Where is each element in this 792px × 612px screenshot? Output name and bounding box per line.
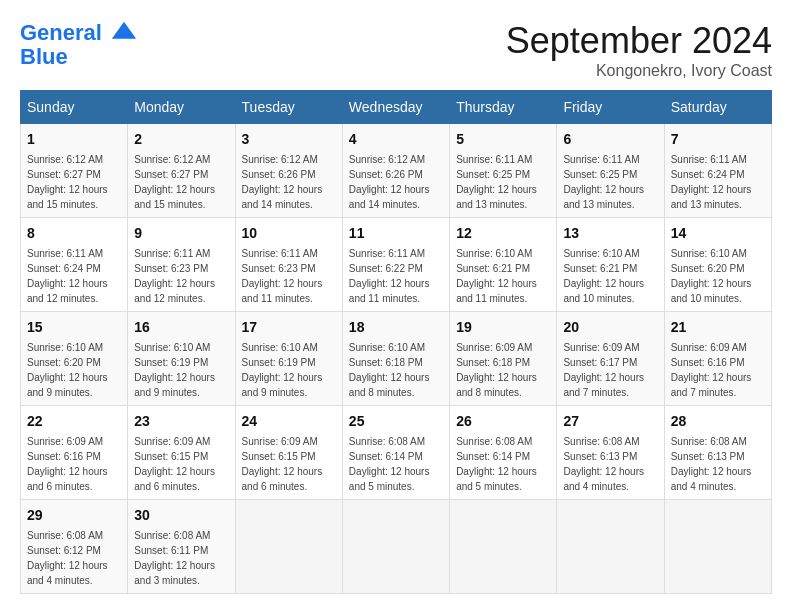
day-info: Sunrise: 6:10 AMSunset: 6:21 PMDaylight:… [563,246,657,306]
location-subtitle: Kongonekro, Ivory Coast [506,62,772,80]
calendar-week-2: 8 Sunrise: 6:11 AMSunset: 6:24 PMDayligh… [21,218,772,312]
month-year-title: September 2024 [506,20,772,62]
calendar-cell: 24 Sunrise: 6:09 AMSunset: 6:15 PMDaylig… [235,406,342,500]
day-info: Sunrise: 6:10 AMSunset: 6:20 PMDaylight:… [671,246,765,306]
weekday-header-saturday: Saturday [664,91,771,124]
day-info: Sunrise: 6:11 AMSunset: 6:22 PMDaylight:… [349,246,443,306]
day-info: Sunrise: 6:09 AMSunset: 6:16 PMDaylight:… [27,434,121,494]
calendar-cell: 21 Sunrise: 6:09 AMSunset: 6:16 PMDaylig… [664,312,771,406]
calendar-cell: 5 Sunrise: 6:11 AMSunset: 6:25 PMDayligh… [450,124,557,218]
day-number: 11 [349,223,443,244]
day-number: 19 [456,317,550,338]
day-number: 10 [242,223,336,244]
day-number: 1 [27,129,121,150]
day-number: 4 [349,129,443,150]
weekday-header-friday: Friday [557,91,664,124]
calendar-cell: 28 Sunrise: 6:08 AMSunset: 6:13 PMDaylig… [664,406,771,500]
weekday-header-tuesday: Tuesday [235,91,342,124]
day-info: Sunrise: 6:08 AMSunset: 6:12 PMDaylight:… [27,528,121,588]
calendar-cell: 1 Sunrise: 6:12 AMSunset: 6:27 PMDayligh… [21,124,128,218]
calendar-cell: 29 Sunrise: 6:08 AMSunset: 6:12 PMDaylig… [21,500,128,594]
calendar-cell: 27 Sunrise: 6:08 AMSunset: 6:13 PMDaylig… [557,406,664,500]
weekday-header-thursday: Thursday [450,91,557,124]
calendar-week-5: 29 Sunrise: 6:08 AMSunset: 6:12 PMDaylig… [21,500,772,594]
calendar-cell: 25 Sunrise: 6:08 AMSunset: 6:14 PMDaylig… [342,406,449,500]
day-info: Sunrise: 6:11 AMSunset: 6:25 PMDaylight:… [456,152,550,212]
calendar-cell [664,500,771,594]
calendar-week-4: 22 Sunrise: 6:09 AMSunset: 6:16 PMDaylig… [21,406,772,500]
day-info: Sunrise: 6:12 AMSunset: 6:27 PMDaylight:… [134,152,228,212]
day-number: 24 [242,411,336,432]
day-info: Sunrise: 6:08 AMSunset: 6:14 PMDaylight:… [456,434,550,494]
calendar-cell: 19 Sunrise: 6:09 AMSunset: 6:18 PMDaylig… [450,312,557,406]
day-info: Sunrise: 6:09 AMSunset: 6:15 PMDaylight:… [134,434,228,494]
calendar-cell: 2 Sunrise: 6:12 AMSunset: 6:27 PMDayligh… [128,124,235,218]
day-info: Sunrise: 6:10 AMSunset: 6:21 PMDaylight:… [456,246,550,306]
day-number: 12 [456,223,550,244]
day-number: 25 [349,411,443,432]
day-number: 16 [134,317,228,338]
calendar-cell [557,500,664,594]
title-block: September 2024 Kongonekro, Ivory Coast [506,20,772,80]
day-info: Sunrise: 6:10 AMSunset: 6:19 PMDaylight:… [134,340,228,400]
calendar-cell: 12 Sunrise: 6:10 AMSunset: 6:21 PMDaylig… [450,218,557,312]
day-number: 7 [671,129,765,150]
day-number: 14 [671,223,765,244]
calendar-cell: 17 Sunrise: 6:10 AMSunset: 6:19 PMDaylig… [235,312,342,406]
day-info: Sunrise: 6:08 AMSunset: 6:11 PMDaylight:… [134,528,228,588]
day-info: Sunrise: 6:08 AMSunset: 6:14 PMDaylight:… [349,434,443,494]
calendar-cell [235,500,342,594]
calendar-cell: 15 Sunrise: 6:10 AMSunset: 6:20 PMDaylig… [21,312,128,406]
calendar-cell: 18 Sunrise: 6:10 AMSunset: 6:18 PMDaylig… [342,312,449,406]
day-info: Sunrise: 6:11 AMSunset: 6:23 PMDaylight:… [242,246,336,306]
day-info: Sunrise: 6:09 AMSunset: 6:18 PMDaylight:… [456,340,550,400]
weekday-header-wednesday: Wednesday [342,91,449,124]
page-header: General Blue September 2024 Kongonekro, … [20,20,772,80]
day-info: Sunrise: 6:11 AMSunset: 6:23 PMDaylight:… [134,246,228,306]
calendar-cell: 8 Sunrise: 6:11 AMSunset: 6:24 PMDayligh… [21,218,128,312]
day-info: Sunrise: 6:12 AMSunset: 6:26 PMDaylight:… [349,152,443,212]
calendar-cell: 26 Sunrise: 6:08 AMSunset: 6:14 PMDaylig… [450,406,557,500]
weekday-header-sunday: Sunday [21,91,128,124]
day-info: Sunrise: 6:08 AMSunset: 6:13 PMDaylight:… [563,434,657,494]
day-number: 22 [27,411,121,432]
day-number: 21 [671,317,765,338]
day-number: 28 [671,411,765,432]
day-number: 18 [349,317,443,338]
calendar-cell [450,500,557,594]
day-number: 5 [456,129,550,150]
day-info: Sunrise: 6:09 AMSunset: 6:17 PMDaylight:… [563,340,657,400]
day-number: 27 [563,411,657,432]
calendar-cell: 22 Sunrise: 6:09 AMSunset: 6:16 PMDaylig… [21,406,128,500]
calendar-cell: 16 Sunrise: 6:10 AMSunset: 6:19 PMDaylig… [128,312,235,406]
calendar-cell [342,500,449,594]
weekday-header-row: SundayMondayTuesdayWednesdayThursdayFrid… [21,91,772,124]
calendar-cell: 30 Sunrise: 6:08 AMSunset: 6:11 PMDaylig… [128,500,235,594]
day-info: Sunrise: 6:11 AMSunset: 6:24 PMDaylight:… [27,246,121,306]
day-info: Sunrise: 6:08 AMSunset: 6:13 PMDaylight:… [671,434,765,494]
day-info: Sunrise: 6:10 AMSunset: 6:18 PMDaylight:… [349,340,443,400]
day-number: 29 [27,505,121,526]
day-number: 23 [134,411,228,432]
day-number: 26 [456,411,550,432]
svg-marker-0 [112,22,136,39]
day-info: Sunrise: 6:10 AMSunset: 6:19 PMDaylight:… [242,340,336,400]
calendar-week-1: 1 Sunrise: 6:12 AMSunset: 6:27 PMDayligh… [21,124,772,218]
day-number: 15 [27,317,121,338]
day-info: Sunrise: 6:09 AMSunset: 6:16 PMDaylight:… [671,340,765,400]
day-info: Sunrise: 6:12 AMSunset: 6:27 PMDaylight:… [27,152,121,212]
day-number: 3 [242,129,336,150]
calendar-cell: 23 Sunrise: 6:09 AMSunset: 6:15 PMDaylig… [128,406,235,500]
day-info: Sunrise: 6:12 AMSunset: 6:26 PMDaylight:… [242,152,336,212]
day-info: Sunrise: 6:09 AMSunset: 6:15 PMDaylight:… [242,434,336,494]
logo-icon [110,20,138,48]
calendar-cell: 9 Sunrise: 6:11 AMSunset: 6:23 PMDayligh… [128,218,235,312]
calendar-cell: 4 Sunrise: 6:12 AMSunset: 6:26 PMDayligh… [342,124,449,218]
calendar-table: SundayMondayTuesdayWednesdayThursdayFrid… [20,90,772,594]
day-info: Sunrise: 6:11 AMSunset: 6:25 PMDaylight:… [563,152,657,212]
day-number: 20 [563,317,657,338]
day-info: Sunrise: 6:11 AMSunset: 6:24 PMDaylight:… [671,152,765,212]
calendar-cell: 6 Sunrise: 6:11 AMSunset: 6:25 PMDayligh… [557,124,664,218]
day-number: 30 [134,505,228,526]
calendar-cell: 13 Sunrise: 6:10 AMSunset: 6:21 PMDaylig… [557,218,664,312]
